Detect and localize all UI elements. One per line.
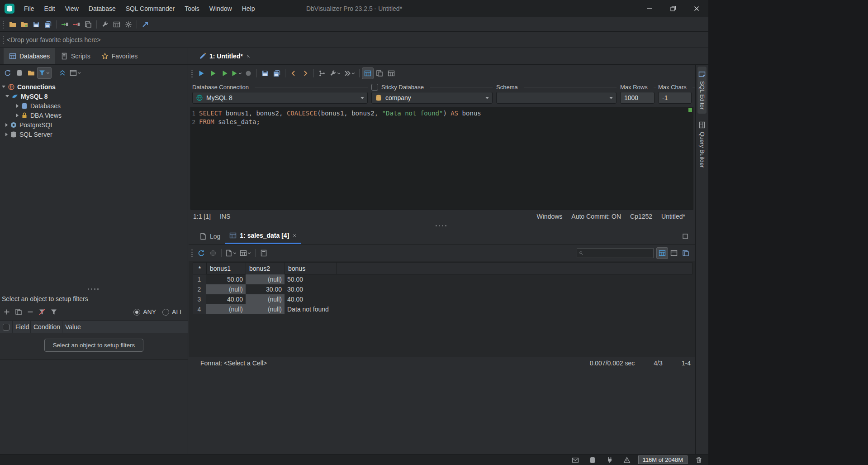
- menu-view[interactable]: View: [60, 3, 84, 14]
- table-row[interactable]: 3 40.00 (null) 40.00: [193, 294, 693, 304]
- stop-execution-button[interactable]: [242, 67, 254, 79]
- tree-node-databases[interactable]: Databases: [0, 101, 188, 110]
- create-connection-button[interactable]: [14, 67, 25, 79]
- cell-bonus[interactable]: Data not found: [285, 304, 336, 314]
- editor-tab-close-button[interactable]: [246, 54, 251, 58]
- collapsed-chevron-icon[interactable]: [5, 133, 8, 136]
- export-result-button[interactable]: [224, 247, 238, 259]
- tools-button[interactable]: [99, 19, 111, 30]
- collapsed-chevron-icon[interactable]: [16, 104, 19, 108]
- apply-filter-button[interactable]: [48, 306, 60, 318]
- disable-filter-button[interactable]: [36, 306, 48, 318]
- notifications-button[interactable]: [569, 454, 581, 465]
- next-statement-button[interactable]: [299, 67, 311, 79]
- drop-bar-drag-handle[interactable]: [3, 36, 4, 44]
- table-row[interactable]: 1 50.00 (null) 50.00: [193, 274, 693, 284]
- tree-node-connections[interactable]: Connections: [0, 82, 188, 91]
- row-number[interactable]: 2: [193, 284, 206, 294]
- cell-bonus1[interactable]: 50.00: [206, 274, 246, 284]
- tree-node-dba-views[interactable]: DBA Views: [0, 110, 188, 120]
- code-line-1[interactable]: 1SELECT bonus1, bonus2, COALESCE(bonus1,…: [191, 109, 693, 118]
- cell-bonus2[interactable]: 30.00: [246, 284, 285, 294]
- column-header-bonus1[interactable]: bonus1: [207, 263, 246, 274]
- execute-button[interactable]: [195, 67, 207, 79]
- filters-col-field[interactable]: Field: [13, 321, 31, 333]
- schema-select[interactable]: [496, 92, 617, 104]
- database-connection-select[interactable]: MySQL 8: [192, 92, 368, 104]
- execute-current-button[interactable]: [207, 67, 219, 79]
- filters-col-condition[interactable]: Condition: [31, 321, 62, 333]
- save-all-button[interactable]: [42, 19, 54, 30]
- execute-buffer-button[interactable]: [219, 67, 231, 79]
- filters-col-value[interactable]: Value: [62, 321, 188, 333]
- select-all-checkbox[interactable]: [3, 324, 9, 331]
- cell-bonus[interactable]: 40.00: [285, 294, 336, 304]
- column-header-bonus[interactable]: bonus: [285, 263, 337, 274]
- pin-results-button[interactable]: [385, 67, 397, 79]
- save-button[interactable]: [30, 19, 42, 30]
- calculator-button[interactable]: [258, 247, 270, 259]
- encoding-indicator[interactable]: Cp1252: [630, 213, 652, 220]
- new-folder-button[interactable]: [19, 19, 30, 30]
- save-script-as-button[interactable]: [271, 67, 283, 79]
- tree-refresh-button[interactable]: [2, 67, 14, 79]
- tab-databases[interactable]: Databases: [4, 48, 55, 64]
- results-in-tabs-button[interactable]: [374, 67, 385, 79]
- minimize-button[interactable]: [638, 0, 661, 17]
- menu-file[interactable]: File: [19, 3, 39, 14]
- menu-database[interactable]: Database: [84, 3, 121, 14]
- sql-code-editor[interactable]: 1SELECT bonus1, bonus2, COALESCE(bonus1,…: [190, 107, 693, 210]
- cell-bonus1-null[interactable]: (null): [206, 284, 246, 294]
- save-script-button[interactable]: [259, 67, 271, 79]
- row-number[interactable]: 4: [193, 304, 206, 314]
- tree-node-sql-server[interactable]: SQL Server: [0, 129, 188, 139]
- auto-commit-indicator[interactable]: Auto Commit: ON: [571, 213, 621, 220]
- collapse-all-button[interactable]: [57, 67, 68, 79]
- memory-indicator[interactable]: 116M of 2048M: [638, 455, 688, 464]
- line-ending-indicator[interactable]: Windows: [537, 213, 563, 220]
- bind-variables-button[interactable]: [316, 67, 328, 79]
- table-row[interactable]: 2 (null) 30.00 30.00: [193, 284, 693, 294]
- connections-status-button[interactable]: [587, 454, 598, 465]
- table-row[interactable]: 4 (null) (null) Data not found: [193, 304, 693, 314]
- cell-bonus[interactable]: 30.00: [285, 284, 336, 294]
- column-header-rownum[interactable]: *: [193, 263, 207, 274]
- menu-window[interactable]: Window: [204, 3, 237, 14]
- result-tab-close-button[interactable]: [292, 233, 297, 238]
- toolbar-drag-handle[interactable]: [3, 20, 4, 29]
- max-chars-input[interactable]: [658, 92, 692, 104]
- close-button[interactable]: [685, 0, 708, 17]
- tab-scripts[interactable]: Scripts: [55, 48, 96, 64]
- form-view-button[interactable]: [680, 247, 692, 259]
- execute-explain-button[interactable]: [231, 70, 242, 77]
- copy-objects-button[interactable]: [82, 19, 94, 30]
- row-number[interactable]: 3: [193, 294, 206, 304]
- panel-splitter-handle[interactable]: [88, 288, 100, 290]
- favorites-drop-bar[interactable]: <Drop your favorite objects here>: [0, 32, 708, 48]
- tree-node-postgresql[interactable]: PostgreSQL: [0, 120, 188, 129]
- tree-filter-button[interactable]: [37, 67, 52, 79]
- connect-button[interactable]: [59, 19, 71, 30]
- previous-statement-button[interactable]: [288, 67, 299, 79]
- cell-bonus[interactable]: 50.00: [285, 274, 336, 284]
- export-button[interactable]: [139, 19, 151, 30]
- max-rows-input[interactable]: [620, 92, 655, 104]
- cell-bonus2-null[interactable]: (null): [246, 294, 285, 304]
- tab-sales-data-result[interactable]: 1: sales_data [4]: [225, 228, 301, 244]
- collapsed-chevron-icon[interactable]: [5, 123, 8, 127]
- table-data-button[interactable]: [111, 19, 123, 30]
- stop-reload-button[interactable]: [207, 247, 219, 259]
- database-select[interactable]: company: [371, 92, 493, 104]
- expand-chevron-icon[interactable]: [5, 95, 9, 97]
- collapsed-chevron-icon[interactable]: [16, 114, 19, 117]
- results-splitter-handle[interactable]: [436, 225, 448, 226]
- tab-favorites[interactable]: Favorites: [96, 48, 143, 64]
- duplicate-filter-button[interactable]: [13, 306, 24, 318]
- text-view-button[interactable]: [668, 247, 680, 259]
- disconnect-button[interactable]: [71, 19, 82, 30]
- add-filter-button[interactable]: [1, 306, 13, 318]
- menu-edit[interactable]: Edit: [39, 3, 60, 14]
- settings-button[interactable]: [123, 19, 134, 30]
- cell-bonus2-null[interactable]: (null): [246, 304, 285, 314]
- tab-untitled-editor[interactable]: 1: Untitled*: [194, 48, 255, 64]
